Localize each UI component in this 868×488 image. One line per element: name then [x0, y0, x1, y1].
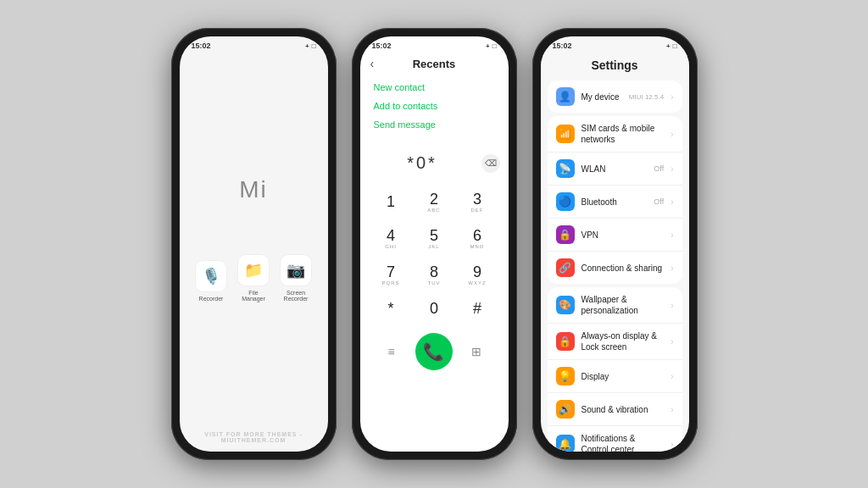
recents-links: New contact Add to contacts Send message	[360, 75, 509, 136]
vpn-label: VPN	[581, 230, 665, 241]
key-0[interactable]: 0	[414, 294, 455, 323]
key-2[interactable]: 2ABC	[414, 185, 455, 219]
settings-group-personal: 🎨 Wallpaper & personalization › 🔒 Always…	[548, 287, 682, 452]
connection-chevron: ›	[670, 263, 673, 273]
back-button[interactable]: ‹	[370, 57, 375, 70]
settings-item-wallpaper[interactable]: 🎨 Wallpaper & personalization ›	[548, 287, 682, 324]
sound-label: Sound & vibration	[581, 404, 665, 415]
bluetooth-icon: 🔵	[556, 192, 575, 211]
home-content: Mi 🎙️ Recorder 📁 FileManager 📷 ScreenRec…	[180, 52, 328, 426]
key-4[interactable]: 4GHI	[370, 221, 412, 256]
settings-item-lockscreen[interactable]: 🔒 Always-on display & Lock screen ›	[548, 324, 682, 360]
lockscreen-chevron: ›	[670, 337, 673, 347]
home-screen: 15:02 + □ Mi 🎙️ Recorder 📁 FileManager	[180, 36, 328, 452]
my-device-label: My device	[581, 92, 622, 103]
wlan-value: Off	[654, 164, 664, 173]
connection-label: Connection & sharing	[581, 263, 665, 274]
wallpaper-label: Wallpaper & personalization	[581, 294, 665, 316]
status-icons-2: + □	[486, 42, 497, 50]
send-message-link[interactable]: Send message	[374, 119, 495, 130]
sound-icon: 🔊	[556, 400, 575, 419]
bluetooth-value: Off	[654, 197, 664, 206]
my-device-version: MIUI 12.5.4	[629, 93, 664, 101]
screen-recorder-icon: 📷	[280, 254, 312, 286]
sim-chevron: ›	[670, 130, 673, 139]
bluetooth-label: Bluetooth	[581, 197, 648, 208]
key-star[interactable]: *	[370, 294, 412, 323]
key-1[interactable]: 1	[370, 185, 412, 219]
add-to-contacts-link[interactable]: Add to contacts	[374, 101, 495, 111]
notifications-chevron: ›	[670, 440, 673, 449]
lockscreen-label: Always-on display & Lock screen	[581, 330, 665, 352]
watermark: VISIT FOR MORE THEMES - MIUITHEMER.COM	[180, 426, 328, 452]
vpn-icon: 🔒	[556, 225, 575, 244]
dialer-header: ‹ Recents	[360, 52, 509, 75]
settings-item-connection[interactable]: 🔗 Connection & sharing ›	[548, 252, 682, 284]
file-manager-label: FileManager	[242, 290, 265, 302]
call-button[interactable]: 📞	[415, 333, 453, 370]
sound-chevron: ›	[670, 405, 673, 414]
lockscreen-icon: 🔒	[556, 332, 575, 351]
notifications-label: Notifications & Control center	[581, 433, 665, 452]
settings-title: Settings	[541, 52, 689, 77]
app-recorder[interactable]: 🎙️ Recorder	[195, 260, 227, 302]
mi-logo: Mi	[239, 176, 268, 203]
settings-screen: 15:02 + □ Settings 👤 My device MIUI 12.5…	[541, 36, 689, 452]
wlan-label: WLAN	[581, 164, 648, 175]
display-label: Display	[581, 371, 665, 382]
key-3[interactable]: 3DEF	[457, 185, 498, 219]
connection-icon: 🔗	[556, 258, 575, 277]
dial-display: *0* ⌫	[360, 136, 509, 181]
settings-item-vpn[interactable]: 🔒 VPN ›	[548, 219, 682, 252]
wlan-icon: 📡	[556, 159, 575, 178]
time-2: 15:02	[372, 42, 392, 50]
dialer-screen: 15:02 + □ ‹ Recents New contact Add to c…	[360, 36, 509, 452]
grid-icon-button[interactable]: ⊞	[465, 340, 488, 363]
settings-item-notifications[interactable]: 🔔 Notifications & Control center ›	[548, 426, 682, 452]
delete-button[interactable]: ⌫	[481, 154, 500, 173]
settings-item-sim[interactable]: 📶 SIM cards & mobile networks ›	[548, 116, 682, 152]
app-file-manager[interactable]: 📁 FileManager	[237, 254, 270, 302]
settings-group-network: 📶 SIM cards & mobile networks › 📡 WLAN O…	[548, 116, 682, 284]
settings-item-wlan[interactable]: 📡 WLAN Off ›	[548, 152, 682, 186]
screen-recorder-label: ScreenRecorder	[284, 290, 309, 302]
time-1: 15:02	[192, 42, 211, 50]
recorder-icon: 🎙️	[195, 260, 227, 292]
dialpad-icon-button[interactable]: ≡	[380, 340, 403, 363]
new-contact-link[interactable]: New contact	[374, 82, 495, 92]
app-screen-recorder[interactable]: 📷 ScreenRecorder	[280, 254, 312, 302]
wlan-chevron: ›	[670, 164, 673, 174]
status-bar-1: 15:02 + □	[180, 36, 328, 52]
display-chevron: ›	[670, 372, 673, 381]
my-device-chevron: ›	[670, 92, 673, 102]
sim-label: SIM cards & mobile networks	[581, 123, 665, 145]
settings-item-bluetooth[interactable]: 🔵 Bluetooth Off ›	[548, 186, 682, 219]
key-6[interactable]: 6MNO	[457, 221, 498, 256]
app-row: 🎙️ Recorder 📁 FileManager 📷 ScreenRecord…	[195, 254, 312, 302]
key-5[interactable]: 5JKL	[414, 221, 455, 256]
time-3: 15:02	[553, 42, 572, 50]
recorder-label: Recorder	[199, 296, 224, 302]
keypad: 1 2ABC 3DEF 4GHI 5JKL 6MNO 7PQRS 8TUV 9W…	[360, 181, 509, 326]
dialer-actions: ≡ 📞 ⊞	[360, 326, 509, 379]
settings-item-sound[interactable]: 🔊 Sound & vibration ›	[548, 393, 682, 426]
key-hash[interactable]: #	[457, 294, 498, 323]
phone1: 15:02 + □ Mi 🎙️ Recorder 📁 FileManager	[171, 28, 337, 460]
key-9[interactable]: 9WXYZ	[457, 258, 498, 292]
key-8[interactable]: 8TUV	[414, 258, 455, 292]
status-bar-3: 15:02 + □	[541, 36, 689, 52]
recents-title: Recents	[413, 58, 456, 70]
wallpaper-icon: 🎨	[556, 296, 575, 314]
status-icons-1: + □	[305, 42, 316, 50]
display-icon: 💡	[556, 367, 575, 385]
settings-group-device: 👤 My device MIUI 12.5.4 ›	[548, 80, 682, 113]
my-device-icon: 👤	[556, 87, 575, 106]
sim-icon: 📶	[556, 125, 575, 143]
vpn-chevron: ›	[670, 230, 673, 240]
key-7[interactable]: 7PQRS	[370, 258, 412, 292]
settings-item-mydevice[interactable]: 👤 My device MIUI 12.5.4 ›	[548, 80, 682, 113]
status-icons-3: + □	[666, 42, 677, 50]
settings-item-display[interactable]: 💡 Display ›	[548, 360, 682, 393]
settings-list: 👤 My device MIUI 12.5.4 › 📶 SIM cards & …	[541, 77, 689, 452]
bluetooth-chevron: ›	[670, 197, 673, 207]
